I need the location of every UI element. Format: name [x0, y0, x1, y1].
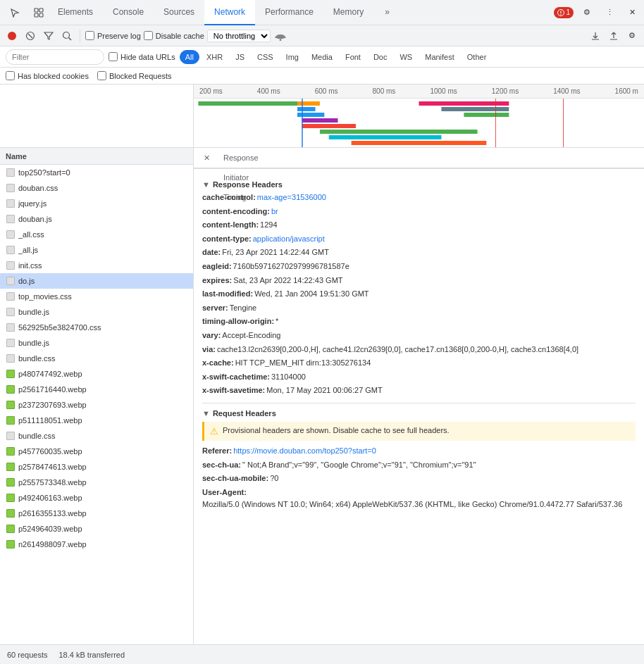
clear-button[interactable] [23, 28, 38, 44]
filter-type-btn-js[interactable]: JS [230, 50, 250, 64]
filter-type-btn-manifest[interactable]: Manifest [419, 50, 460, 64]
list-item[interactable]: bundle.css [0, 428, 193, 444]
header-value: Sat, 23 Apr 2022 14:22:43 GMT [233, 275, 342, 287]
has-blocked-cookies-label[interactable]: Has blocked cookies [6, 71, 89, 80]
list-item[interactable]: p2616355133.webp [0, 506, 193, 521]
blocked-requests-label[interactable]: Blocked Requests [97, 71, 172, 80]
img-file-icon [6, 416, 15, 425]
list-item[interactable]: n2614988097.webp [0, 537, 193, 552]
devtools-settings-icon[interactable]: ⚙ [578, 4, 596, 22]
request-item-name: top250?start=0 [18, 168, 70, 177]
header-value: br [271, 206, 278, 218]
throttle-select[interactable]: No throttling [207, 30, 271, 42]
hide-data-urls-checkbox[interactable] [109, 52, 118, 61]
list-item[interactable]: p2578474613.webp [0, 459, 193, 475]
list-item[interactable]: bundle.js [0, 304, 193, 320]
filter-type-btn-font[interactable]: Font [340, 50, 366, 64]
detail-tab-timing[interactable]: Timing [215, 187, 267, 208]
svg-line-11 [69, 37, 72, 40]
filter-type-btn-doc[interactable]: Doc [368, 50, 393, 64]
preserve-log-checkbox-label[interactable]: Preserve log [85, 31, 141, 40]
response-header-row: eagleid: 7160b597162702979996781587e [202, 261, 636, 273]
request-item-name: p457760035.webp [18, 447, 82, 456]
svg-rect-3 [39, 13, 43, 17]
file-icon [6, 369, 16, 379]
list-item[interactable]: top250?start=0 [0, 165, 193, 180]
file-icon [6, 508, 16, 518]
response-header-row: server: Tengine [202, 302, 636, 315]
filter-type-btn-media[interactable]: Media [306, 50, 338, 64]
request-item-name: p2372307693.webp [18, 401, 87, 409]
tab-memory[interactable]: Memory [323, 0, 373, 25]
filter-button[interactable] [41, 28, 56, 44]
search-button[interactable] [59, 28, 75, 44]
devtools-close-icon[interactable]: ✕ [623, 4, 641, 22]
detail-tab-initiator[interactable]: Initiator [215, 168, 267, 189]
list-item[interactable]: _all.js [0, 242, 193, 258]
network-toolbar: Preserve log Disable cache No throttling… [0, 25, 644, 46]
list-item[interactable]: _all.css [0, 227, 193, 242]
detail-tab-response[interactable]: Response [215, 148, 267, 169]
import-button[interactable] [588, 28, 603, 44]
header-key: server: [202, 302, 228, 315]
filter-type-btn-xhr[interactable]: XHR [201, 50, 228, 64]
list-item[interactable]: p524964039.webp [0, 521, 193, 537]
hide-data-urls-label[interactable]: Hide data URLs [109, 52, 175, 61]
devtools-more-icon[interactable]: ⋮ [600, 4, 619, 22]
header-value: application/javascript [253, 233, 325, 246]
list-item[interactable]: p492406163.webp [0, 490, 193, 506]
list-item[interactable]: init.css [0, 258, 193, 273]
has-blocked-cookies-checkbox[interactable] [6, 71, 15, 80]
waterfall-chart[interactable] [194, 99, 644, 147]
list-item[interactable]: bundle.css [0, 351, 193, 366]
filter-type-btn-css[interactable]: CSS [252, 50, 279, 64]
response-header-row: x-swift-cachetime: 31104000 [202, 371, 636, 384]
file-icon [6, 431, 16, 441]
response-header-row: last-modified: Wed, 21 Jan 2004 19:51:30… [202, 288, 636, 301]
detail-close-button[interactable]: ✕ [199, 151, 213, 165]
tab-elements[interactable]: Elements [48, 0, 103, 25]
filter-type-btn-ws[interactable]: WS [394, 50, 418, 64]
blocked-requests-checkbox[interactable] [97, 71, 106, 80]
disable-cache-checkbox[interactable] [144, 31, 153, 40]
inspect-icon[interactable] [30, 4, 48, 22]
request-item-name: p2557573348.webp [18, 478, 87, 487]
list-item[interactable]: p480747492.webp [0, 366, 193, 382]
response-headers-container: cache-control: max-age=31536000content-e… [202, 192, 636, 397]
list-item[interactable]: p511118051.webp [0, 413, 193, 428]
request-headers-collapse-icon[interactable]: ▼ [202, 409, 210, 418]
list-item[interactable]: p2557573348.webp [0, 475, 193, 490]
tab-more-button[interactable]: » [375, 0, 400, 25]
filter-type-btn-all[interactable]: All [180, 50, 199, 64]
tab-network[interactable]: Network [204, 0, 255, 25]
list-item[interactable]: p2561716440.webp [0, 382, 193, 397]
ruler-marks: 200 ms400 ms600 ms800 ms1000 ms1200 ms14… [199, 87, 638, 95]
header-value: Mon, 17 May 2021 00:06:27 GMT [266, 384, 382, 397]
record-button[interactable] [4, 28, 20, 44]
request-item-name: bundle.js [18, 308, 49, 316]
list-item[interactable]: p2372307693.webp [0, 397, 193, 413]
response-headers-collapse-icon[interactable]: ▼ [202, 180, 210, 189]
network-settings-icon[interactable]: ⚙ [624, 28, 640, 44]
list-item[interactable]: top_movies.css [0, 289, 193, 304]
tab-performance[interactable]: Performance [255, 0, 323, 25]
doc-file-icon [6, 168, 15, 177]
header-value: HIT TCP_MEM_HIT dirn:13:305276134 [235, 357, 371, 370]
list-item[interactable]: bundle.js [0, 335, 193, 351]
list-item[interactable]: douban.js [0, 211, 193, 227]
filter-input[interactable] [6, 49, 104, 65]
export-button[interactable] [606, 28, 621, 44]
cursor-icon[interactable] [6, 4, 24, 22]
header-value: https://movie.douban.com/top250?start=0 [233, 445, 376, 458]
list-item[interactable]: p457760035.webp [0, 444, 193, 459]
list-item[interactable]: do.js [0, 273, 193, 289]
tab-sources[interactable]: Sources [154, 0, 204, 25]
list-item[interactable]: 562925b5e3824700.css [0, 320, 193, 335]
list-item[interactable]: douban.css [0, 180, 193, 196]
disable-cache-checkbox-label[interactable]: Disable cache [144, 31, 204, 40]
tab-console[interactable]: Console [103, 0, 154, 25]
filter-type-btn-other[interactable]: Other [462, 50, 493, 64]
list-item[interactable]: jquery.js [0, 196, 193, 211]
preserve-log-checkbox[interactable] [85, 31, 94, 40]
filter-type-btn-img[interactable]: Img [280, 50, 304, 64]
